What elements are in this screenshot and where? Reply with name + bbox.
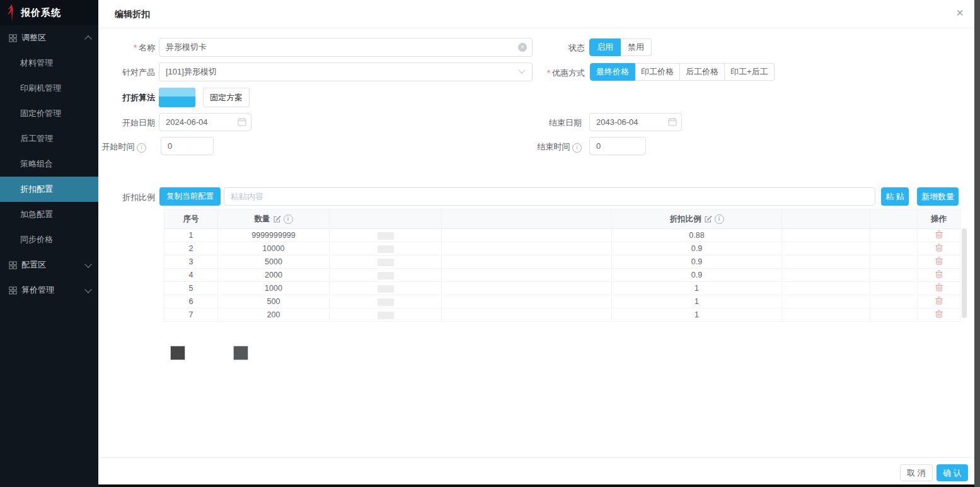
close-icon[interactable]: ×: [956, 6, 964, 19]
trash-icon[interactable]: [935, 244, 943, 252]
trash-icon[interactable]: [935, 296, 943, 305]
col-action: 操作: [918, 209, 960, 229]
skeleton-box: [378, 259, 394, 266]
cell-ratio: 0.9: [612, 255, 782, 269]
edit-icon[interactable]: [704, 215, 712, 223]
trash-icon[interactable]: [935, 230, 943, 238]
table-row: 7 200 1: [164, 308, 960, 322]
cell-ratio: 1: [612, 282, 782, 295]
calendar-icon[interactable]: [238, 117, 246, 126]
discount-section-label: 折扣比例: [98, 192, 155, 203]
window-edge: [98, 484, 980, 487]
start-date-label: 开始日期: [98, 117, 155, 129]
discount-table: 序号 数量 i 折扣比例 i 操作: [164, 209, 960, 322]
skeleton-box: [378, 285, 394, 293]
segmented-option[interactable]: 最终价格: [590, 63, 635, 81]
col-quantity: 数量 i: [218, 209, 330, 229]
cell-ratio: 1: [612, 308, 782, 322]
cell-quantity: 1000: [218, 282, 330, 295]
sidebar-submenu: 材料管理 印刷机管理 固定价管理 后工管理 策略组合 折扣配置 加急配置 同步价…: [0, 50, 98, 252]
edit-icon[interactable]: [273, 215, 281, 223]
sidebar-group-adjust[interactable]: 调整区: [0, 25, 98, 50]
paste-content-input[interactable]: [224, 187, 875, 206]
sidebar-item[interactable]: 后工管理: [0, 126, 98, 151]
info-icon: i: [572, 143, 582, 153]
cell-index: 5: [164, 282, 218, 295]
copy-config-button[interactable]: 复制当前配置: [159, 187, 221, 206]
skeleton-box: [378, 272, 394, 279]
paste-button[interactable]: 粘 贴: [881, 187, 909, 206]
cell-index: 6: [164, 295, 218, 308]
cell-ratio: 0.9: [612, 269, 782, 282]
sidebar-group-pricing[interactable]: 算价管理: [0, 278, 98, 303]
dialog-footer: 取 消 确 认: [98, 457, 980, 485]
grid-icon: [9, 261, 17, 269]
info-icon: i: [284, 214, 293, 224]
segmented-option[interactable]: 启用: [589, 38, 621, 56]
app-logo: 报价系统: [0, 0, 98, 25]
segmented-option[interactable]: 印工价格: [635, 63, 680, 81]
sidebar-item[interactable]: 折扣配置: [0, 177, 98, 202]
algorithm-label: 打折算法: [98, 92, 155, 103]
info-icon: i: [715, 214, 724, 224]
cell-index: 4: [164, 269, 218, 282]
calendar-icon[interactable]: [668, 117, 677, 126]
product-select[interactable]: [159, 62, 533, 81]
window-edge: [974, 0, 980, 487]
algorithm-fixed-button[interactable]: 固定方案: [203, 88, 250, 107]
name-input[interactable]: [159, 38, 533, 57]
table-row: 6 500 1: [164, 295, 960, 308]
chevron-up-icon: [84, 35, 91, 42]
dialog-header: 编辑折扣 ×: [98, 0, 980, 28]
table-row: 4 2000 0.9: [164, 269, 960, 282]
trash-icon[interactable]: [935, 283, 943, 291]
image-placeholder: [233, 346, 248, 360]
cell-quantity: 10000: [218, 242, 330, 255]
cell-ratio: 1: [612, 295, 782, 308]
cancel-button[interactable]: 取 消: [900, 464, 933, 481]
trash-icon[interactable]: [935, 257, 943, 265]
segmented-option[interactable]: 印工+后工: [725, 63, 775, 81]
status-label: 状态: [534, 42, 585, 54]
sidebar-item[interactable]: 材料管理: [0, 50, 98, 76]
trash-icon[interactable]: [935, 310, 943, 318]
product-label: 针对产品: [98, 67, 155, 78]
cell-quantity: 500: [218, 295, 330, 308]
end-time-input[interactable]: [589, 137, 646, 155]
confirm-button[interactable]: 确 认: [937, 464, 968, 481]
sidebar-item[interactable]: 同步价格: [0, 227, 98, 252]
skeleton-box: [378, 312, 394, 319]
clear-icon[interactable]: ×: [518, 43, 527, 52]
app-title: 报价系统: [21, 7, 61, 19]
table-row: 2 10000 0.9: [164, 242, 960, 255]
table-header-row: 序号 数量 i 折扣比例 i 操作: [164, 209, 960, 229]
start-time-input[interactable]: [161, 137, 214, 155]
cell-ratio: 0.9: [612, 242, 782, 255]
sidebar-group-config[interactable]: 配置区: [0, 252, 98, 278]
end-time-label: 结束时间 i: [519, 141, 582, 153]
skeleton-box: [378, 245, 394, 253]
grid-icon: [9, 286, 17, 295]
sidebar-item[interactable]: 固定价管理: [0, 101, 98, 126]
status-toggle: 启用禁用: [589, 38, 652, 56]
table-scrollbar[interactable]: [962, 228, 967, 318]
table-row: 5 1000 1: [164, 282, 960, 295]
cell-index: 3: [164, 255, 218, 269]
sidebar-item[interactable]: 印刷机管理: [0, 76, 98, 101]
table-row: 3 5000 0.9: [164, 255, 960, 269]
add-quantity-button[interactable]: 新增数量: [917, 187, 959, 206]
table-row: 1 9999999999 0.88: [164, 229, 960, 242]
promo-toggle: 最终价格印工价格后工价格印工+后工: [590, 63, 775, 81]
col-ratio: 折扣比例 i: [612, 209, 782, 229]
trash-icon[interactable]: [935, 270, 943, 278]
skeleton-box: [378, 298, 394, 306]
sidebar-item[interactable]: 策略组合: [0, 151, 98, 177]
segmented-option[interactable]: 后工价格: [680, 63, 725, 81]
segmented-option[interactable]: 禁用: [621, 38, 652, 56]
algorithm-selected-button[interactable]: [159, 88, 195, 107]
sidebar-item[interactable]: 加急配置: [0, 202, 98, 227]
cell-quantity: 200: [218, 308, 330, 322]
chevron-down-icon: [84, 261, 91, 267]
promo-label: *优惠方式: [509, 67, 585, 79]
end-date-label: 结束日期: [531, 117, 582, 129]
